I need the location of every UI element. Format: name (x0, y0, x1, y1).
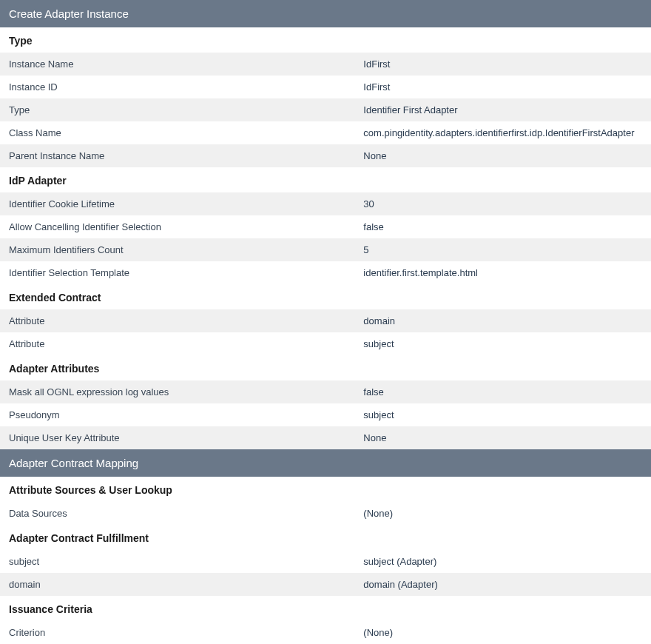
header-create-adapter-instance: Create Adapter Instance (0, 0, 651, 27)
section-heading-idp-adapter: IdP Adapter (0, 167, 651, 192)
table-row: Mask all OGNL expression log values fals… (0, 380, 651, 403)
table-row: Type Identifier First Adapter (0, 98, 651, 121)
section-heading-label: Type (9, 35, 33, 47)
table-row: Instance Name IdFirst (0, 53, 651, 76)
row-value: IdFirst (363, 58, 642, 70)
row-label: Instance ID (9, 81, 363, 93)
row-value: domain (363, 315, 642, 326)
row-value: None (363, 150, 642, 161)
row-label: Parent Instance Name (9, 150, 363, 161)
row-label: Identifier Cookie Lifetime (9, 198, 363, 209)
row-value: domain (Adapter) (363, 579, 642, 590)
row-label: Type (9, 104, 363, 115)
row-value: subject (363, 338, 642, 349)
section-heading-label: Extended Contract (9, 292, 101, 303)
table-row: Identifier Selection Template identifier… (0, 261, 651, 284)
row-value: identifier.first.template.html (363, 267, 642, 278)
table-row: Instance ID IdFirst (0, 76, 651, 98)
table-row: Identifier Cookie Lifetime 30 (0, 192, 651, 215)
table-row: Maximum Identifiers Count 5 (0, 238, 651, 261)
row-label: Attribute (9, 338, 363, 349)
table-row: Data Sources (None) (0, 502, 651, 525)
row-value: subject (363, 409, 642, 420)
section-heading-label: Adapter Contract Fulfillment (9, 532, 149, 544)
table-row: subject subject (Adapter) (0, 550, 651, 573)
row-label: Class Name (9, 127, 363, 138)
row-value: 5 (363, 244, 642, 255)
row-label: Unique User Key Attribute (9, 432, 363, 443)
row-label: Instance Name (9, 58, 363, 70)
row-label: Identifier Selection Template (9, 267, 363, 278)
section-heading-attribute-sources: Attribute Sources & User Lookup (0, 477, 651, 502)
section-heading-label: Attribute Sources & User Lookup (9, 484, 172, 496)
section-heading-extended-contract: Extended Contract (0, 284, 651, 309)
table-row: Parent Instance Name None (0, 144, 651, 167)
header-text: Create Adapter Instance (9, 7, 129, 20)
section-heading-label: IdP Adapter (9, 175, 67, 187)
row-label: domain (9, 579, 363, 590)
section-heading-issuance-criteria: Issuance Criteria (0, 596, 651, 621)
section-heading-type: Type (0, 27, 651, 53)
table-row: Pseudonym subject (0, 403, 651, 426)
row-value: 30 (363, 198, 642, 209)
table-row: Attribute domain (0, 309, 651, 332)
row-label: Data Sources (9, 508, 363, 519)
row-label: Mask all OGNL expression log values (9, 386, 363, 398)
row-value: None (363, 432, 642, 443)
section-heading-adapter-contract-fulfillment: Adapter Contract Fulfillment (0, 525, 651, 550)
table-row: domain domain (Adapter) (0, 573, 651, 596)
table-row: Allow Cancelling Identifier Selection fa… (0, 215, 651, 238)
row-label: Criterion (9, 627, 363, 638)
row-value: false (363, 386, 642, 398)
row-value: false (363, 221, 642, 232)
row-label: Allow Cancelling Identifier Selection (9, 221, 363, 232)
section-heading-label: Issuance Criteria (9, 603, 92, 615)
section-heading-label: Adapter Attributes (9, 363, 99, 375)
header-text: Adapter Contract Mapping (9, 457, 138, 469)
table-row: Attribute subject (0, 332, 651, 355)
row-label: Attribute (9, 315, 363, 326)
row-value: (None) (363, 627, 642, 638)
row-label: Pseudonym (9, 409, 363, 420)
table-row: Unique User Key Attribute None (0, 426, 651, 449)
row-value: Identifier First Adapter (363, 104, 642, 115)
row-value: IdFirst (363, 81, 642, 93)
row-value: com.pingidentity.adapters.identifierfirs… (363, 127, 642, 138)
table-row: Criterion (None) (0, 621, 651, 644)
row-value: (None) (363, 508, 642, 519)
row-label: subject (9, 556, 363, 567)
section-heading-adapter-attributes: Adapter Attributes (0, 355, 651, 380)
row-label: Maximum Identifiers Count (9, 244, 363, 255)
row-value: subject (Adapter) (363, 556, 642, 567)
header-adapter-contract-mapping: Adapter Contract Mapping (0, 449, 651, 477)
table-row: Class Name com.pingidentity.adapters.ide… (0, 121, 651, 144)
